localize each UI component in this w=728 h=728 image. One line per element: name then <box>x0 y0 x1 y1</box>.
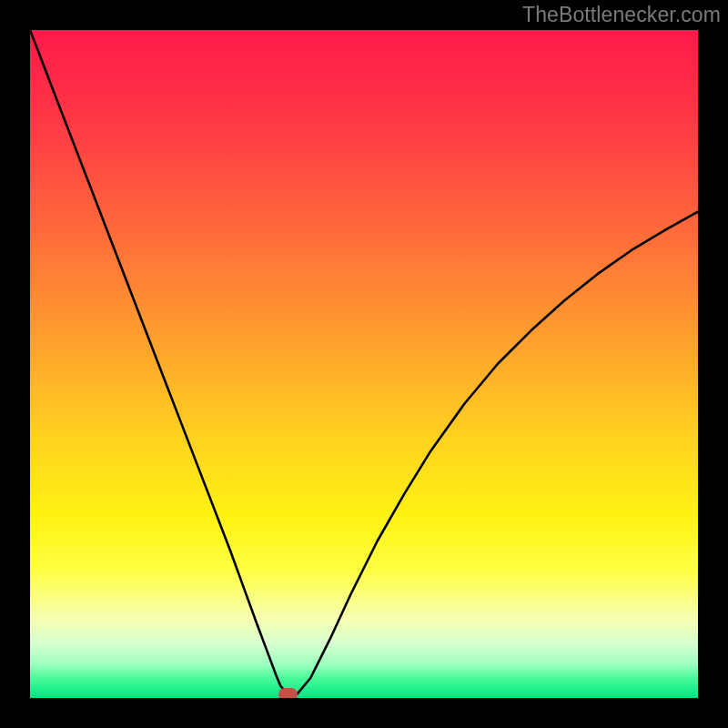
plot-area <box>30 30 698 698</box>
optimal-point-marker <box>278 688 298 698</box>
bottleneck-curve <box>30 30 698 698</box>
chart-frame: TheBottlenecker.com <box>0 0 728 728</box>
attribution-text: TheBottlenecker.com <box>522 3 721 27</box>
